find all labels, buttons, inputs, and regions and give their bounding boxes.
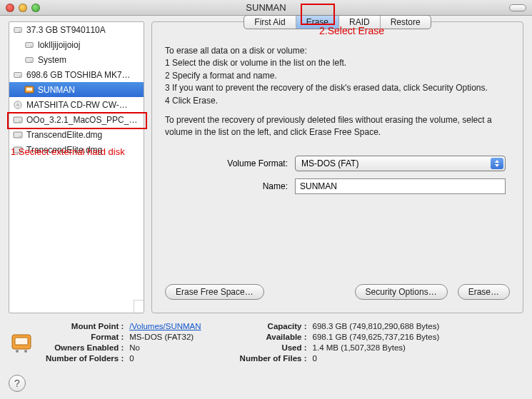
drive-icon [24, 54, 35, 66]
titlebar: SUNMAN [0, 0, 532, 16]
window-traffic-lights [6, 4, 40, 12]
sidebar-item[interactable]: 698.6 GB TOSHIBA MK7… [9, 67, 144, 82]
usb-icon [24, 84, 35, 96]
disk-sidebar: 37.3 GB ST940110AloklljijoijoiojSystem69… [9, 21, 144, 313]
mount-point-label: Mount Point : [71, 322, 124, 330]
tab-restore[interactable]: Restore [381, 16, 431, 29]
svg-point-17 [19, 151, 21, 152]
svg-rect-4 [26, 57, 34, 62]
num-folders-label: Number of Folders : [46, 354, 124, 363]
toolbar-toggle-lozenge[interactable] [509, 4, 526, 11]
volume-format-select[interactable]: MS-DOS (FAT) [295, 156, 506, 171]
svg-rect-6 [14, 72, 22, 77]
svg-point-13 [19, 121, 21, 122]
name-input[interactable] [295, 178, 506, 194]
volume-format-label: Volume Format: [152, 158, 295, 168]
sidebar-item[interactable]: SUNMAN [9, 82, 144, 97]
capacity-label: Capacity : [268, 322, 307, 330]
owners-enabled-label: Owners Enabled : [54, 343, 124, 352]
instructions-step2: 2 Specify a format and name. [165, 70, 510, 82]
sidebar-item[interactable]: MATSHITA CD-RW CW-… [9, 97, 144, 112]
sidebar-item-label: TranscendElite.dmg [26, 145, 102, 155]
svg-point-7 [19, 76, 20, 76]
svg-rect-0 [14, 27, 22, 32]
sidebar-item-label: 698.6 GB TOSHIBA MK7… [26, 70, 131, 80]
help-button[interactable]: ? [9, 375, 26, 392]
sidebar-item[interactable]: TranscendElite.dmg [9, 127, 144, 142]
footer-right-table: Capacity : 698.3 GB (749,810,290,688 Byt… [239, 320, 446, 365]
scrollbar-stub[interactable] [134, 300, 144, 313]
select-arrows-icon [491, 158, 503, 169]
tab-first-aid[interactable]: First Aid [244, 16, 296, 29]
svg-rect-9 [26, 88, 32, 91]
tab-bar: First AidEraseRAIDRestore [244, 15, 431, 29]
svg-point-11 [17, 103, 19, 106]
name-label: Name: [152, 181, 295, 191]
format-value: MS-DOS (FAT32) [129, 333, 205, 342]
instructions-step1: 1 Select the disk or volume in the list … [165, 57, 510, 69]
svg-point-21 [24, 350, 27, 353]
erase-button[interactable]: Erase… [458, 284, 510, 300]
sidebar-item-label: MATSHITA CD-RW CW-… [26, 100, 128, 110]
instructions-note: To prevent the recovery of previously de… [165, 114, 510, 139]
sidebar-item[interactable]: loklljijoijoioj [9, 37, 144, 52]
svg-point-20 [16, 350, 19, 353]
drive-icon [12, 24, 24, 36]
sidebar-item-label: OOo_3.2.1_MacOS_PPC_… [26, 115, 137, 125]
sidebar-item-label: System [38, 55, 66, 65]
num-files-value: 0 [313, 354, 444, 363]
capacity-value: 698.3 GB (749,810,290,688 Bytes) [313, 322, 444, 331]
content-panel: First AidEraseRAIDRestore 2.Select Erase… [151, 21, 523, 313]
format-label: Format : [91, 333, 124, 341]
mount-point-link[interactable]: /Volumes/SUNMAN [129, 322, 201, 330]
footer-left-table: Mount Point : /Volumes/SUNMAN Format : M… [44, 320, 207, 365]
instructions-step4: 4 Click Erase. [165, 95, 510, 107]
used-label: Used : [281, 343, 306, 352]
dmg-icon [12, 114, 24, 126]
sidebar-item[interactable]: OOo_3.2.1_MacOS_PPC_… [9, 112, 144, 127]
usb-drive-icon [9, 330, 34, 355]
svg-rect-2 [26, 42, 34, 47]
close-icon[interactable] [6, 4, 14, 12]
sidebar-item[interactable]: 37.3 GB ST940110A [9, 22, 144, 37]
instructions-step3: 3 If you want to prevent the recovery of… [165, 82, 510, 94]
sidebar-item-label: 37.3 GB ST940110A [26, 25, 106, 35]
dmg-icon [12, 129, 24, 141]
instructions-intro: To erase all data on a disk or volume: [165, 45, 510, 57]
dmg-icon [12, 144, 24, 156]
svg-point-1 [19, 31, 20, 31]
num-files-label: Number of Files : [240, 354, 307, 363]
cd-icon [12, 99, 24, 111]
svg-point-15 [19, 136, 21, 137]
volume-format-value: MS-DOS (FAT) [301, 158, 358, 168]
tab-erase[interactable]: Erase [296, 16, 339, 29]
sidebar-item-label: TranscendElite.dmg [26, 130, 102, 140]
security-options-button[interactable]: Security Options… [355, 284, 448, 300]
window-title: SUNMAN [0, 2, 532, 13]
available-label: Available : [266, 333, 306, 341]
num-folders-value: 0 [129, 354, 205, 363]
zoom-icon[interactable] [31, 4, 40, 12]
svg-rect-16 [14, 147, 22, 153]
svg-rect-14 [14, 132, 22, 138]
sidebar-item[interactable]: TranscendElite.dmg [9, 142, 144, 157]
tab-raid[interactable]: RAID [339, 16, 381, 29]
sidebar-item-label: loklljijoijoioj [38, 40, 80, 50]
owners-enabled-value: No [129, 343, 205, 353]
svg-point-5 [31, 61, 31, 61]
available-value: 698.1 GB (749,625,737,216 Bytes) [313, 333, 444, 342]
erase-free-space-button[interactable]: Erase Free Space… [165, 284, 264, 300]
drive-icon [24, 39, 35, 51]
svg-point-3 [31, 46, 31, 46]
sidebar-item[interactable]: System [9, 52, 144, 67]
svg-rect-12 [14, 117, 22, 123]
sidebar-item-label: SUNMAN [38, 85, 75, 95]
svg-rect-19 [15, 338, 28, 345]
used-value: 1.4 MB (1,507,328 Bytes) [313, 343, 444, 353]
drive-icon [12, 69, 24, 81]
minimize-icon[interactable] [19, 4, 27, 12]
